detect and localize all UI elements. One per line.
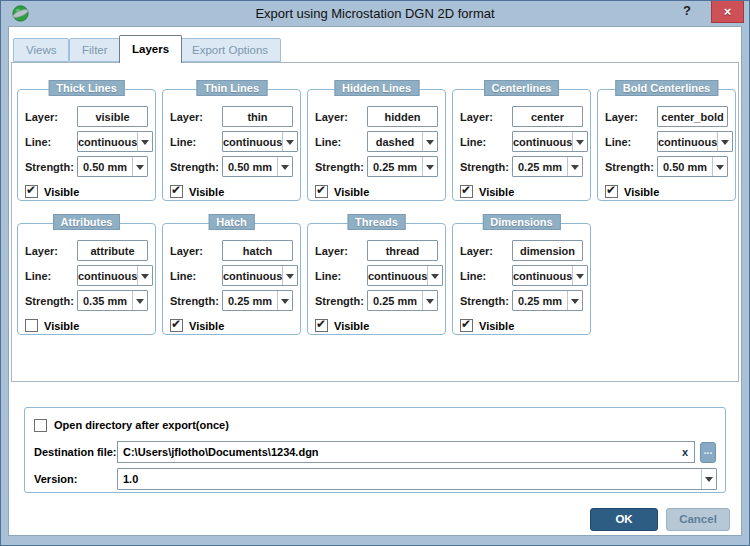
layer-name-input[interactable] xyxy=(367,106,438,127)
visible-label: Visible xyxy=(479,320,514,332)
ok-button[interactable]: OK xyxy=(590,508,658,531)
close-button[interactable]: × xyxy=(711,1,744,23)
destination-file-field[interactable]: C:\Users\jflotho\Documents\1234.dgn x xyxy=(117,441,695,463)
line-strength-select[interactable]: 0.50 mm xyxy=(77,156,148,177)
line-style-select[interactable]: continuous xyxy=(367,265,443,286)
line-style-select[interactable]: continuous xyxy=(512,131,588,152)
visible-checkbox[interactable] xyxy=(460,319,473,332)
dialog-buttons: OK Cancel xyxy=(590,508,730,531)
strength-row: Strength: 0.25 mm xyxy=(460,290,583,311)
line-style-select[interactable]: continuous xyxy=(657,131,733,152)
chevron-down-icon xyxy=(567,291,582,310)
line-style-select[interactable]: continuous xyxy=(222,131,298,152)
strength-label: Strength: xyxy=(460,295,512,307)
visible-checkbox[interactable] xyxy=(25,319,38,332)
line-strength-select[interactable]: 0.50 mm xyxy=(657,156,728,177)
layer-name-input[interactable] xyxy=(512,106,583,127)
layer-row: Layer: xyxy=(460,240,583,261)
layer-row: Layer: xyxy=(460,106,583,127)
strength-row: Strength: 0.35 mm xyxy=(25,290,148,311)
layer-label: Layer: xyxy=(605,111,657,123)
layer-name-input[interactable] xyxy=(77,106,148,127)
visible-checkbox[interactable] xyxy=(25,185,38,198)
tab-export-options[interactable]: Export Options xyxy=(179,38,281,62)
line-strength-select[interactable]: 0.25 mm xyxy=(512,290,583,311)
line-strength-value: 0.25 mm xyxy=(368,295,422,307)
line-style-select[interactable]: continuous xyxy=(77,265,153,286)
visible-checkbox[interactable] xyxy=(170,185,183,198)
line-style-value: continuous xyxy=(78,136,137,148)
layer-name-input[interactable] xyxy=(657,106,728,127)
visible-row: Visible xyxy=(315,319,438,332)
line-style-select[interactable]: continuous xyxy=(512,265,588,286)
chevron-down-icon xyxy=(701,469,716,489)
strength-label: Strength: xyxy=(315,295,367,307)
line-strength-select[interactable]: 0.50 mm xyxy=(222,156,293,177)
destination-file-value: C:\Users\jflotho\Documents\1234.dgn xyxy=(118,446,676,458)
line-row: Line: continuous xyxy=(460,131,583,152)
visible-checkbox[interactable] xyxy=(460,185,473,198)
chevron-down-icon xyxy=(277,291,292,310)
line-label: Line: xyxy=(170,136,222,148)
strength-row: Strength: 0.50 mm xyxy=(170,156,293,177)
visible-checkbox[interactable] xyxy=(315,185,328,198)
version-select[interactable]: 1.0 xyxy=(117,468,717,490)
chevron-down-icon xyxy=(572,132,587,151)
line-strength-select[interactable]: 0.25 mm xyxy=(222,290,293,311)
visible-label: Visible xyxy=(189,186,224,198)
browse-button[interactable]: ... xyxy=(700,442,716,463)
layer-row: Layer: xyxy=(25,240,148,261)
tab-views[interactable]: Views xyxy=(13,38,69,62)
chevron-down-icon xyxy=(422,291,437,310)
strength-label: Strength: xyxy=(605,161,657,173)
layer-name-input[interactable] xyxy=(367,240,438,261)
help-button[interactable]: ? xyxy=(678,3,696,23)
layer-group-box: Dimensions Layer: Line: continuous Stren… xyxy=(452,223,591,335)
layer-name-input[interactable] xyxy=(77,240,148,261)
layer-name-input[interactable] xyxy=(222,240,293,261)
layer-name-input[interactable] xyxy=(512,240,583,261)
line-row: Line: dashed xyxy=(315,131,438,152)
line-strength-select[interactable]: 0.25 mm xyxy=(512,156,583,177)
line-strength-select[interactable]: 0.25 mm xyxy=(367,290,438,311)
group-title: Thin Lines xyxy=(196,80,267,96)
line-label: Line: xyxy=(25,136,77,148)
line-label: Line: xyxy=(315,136,367,148)
visible-label: Visible xyxy=(44,186,79,198)
line-style-select[interactable]: continuous xyxy=(77,131,153,152)
layer-group-box: Hatch Layer: Line: continuous Strength: … xyxy=(162,223,301,335)
tab-layers[interactable]: Layers xyxy=(119,35,182,63)
layer-name-input[interactable] xyxy=(222,106,293,127)
open-directory-checkbox[interactable] xyxy=(34,419,47,432)
strength-label: Strength: xyxy=(170,295,222,307)
line-row: Line: continuous xyxy=(605,131,728,152)
layer-group-box: Hidden Lines Layer: Line: dashed Strengt… xyxy=(307,89,446,201)
visible-checkbox[interactable] xyxy=(605,185,618,198)
dialog-client-area: Views Filter Layers Export Options Thick… xyxy=(8,26,742,536)
strength-label: Strength: xyxy=(170,161,222,173)
line-label: Line: xyxy=(25,270,77,282)
tab-filter[interactable]: Filter xyxy=(69,38,121,62)
chevron-down-icon xyxy=(137,132,152,151)
strength-row: Strength: 0.25 mm xyxy=(315,156,438,177)
clear-path-icon[interactable]: x xyxy=(676,446,694,458)
strength-row: Strength: 0.25 mm xyxy=(315,290,438,311)
visible-label: Visible xyxy=(334,320,369,332)
cancel-button[interactable]: Cancel xyxy=(666,508,730,531)
window-title: Export using Microstation DGN 2D format xyxy=(8,6,742,21)
group-title: Dimensions xyxy=(482,214,560,230)
destination-file-row: Destination file: C:\Users\jflotho\Docum… xyxy=(34,441,717,463)
strength-label: Strength: xyxy=(25,295,77,307)
line-strength-value: 0.50 mm xyxy=(658,161,712,173)
line-style-select[interactable]: dashed xyxy=(367,131,438,152)
line-strength-select[interactable]: 0.35 mm xyxy=(77,290,148,311)
visible-checkbox[interactable] xyxy=(170,319,183,332)
line-strength-value: 0.25 mm xyxy=(368,161,422,173)
group-title: Hatch xyxy=(208,214,255,230)
visible-checkbox[interactable] xyxy=(315,319,328,332)
version-value: 1.0 xyxy=(118,473,701,485)
layer-label: Layer: xyxy=(170,111,222,123)
line-strength-select[interactable]: 0.25 mm xyxy=(367,156,438,177)
line-style-select[interactable]: continuous xyxy=(222,265,298,286)
line-style-value: continuous xyxy=(513,270,572,282)
